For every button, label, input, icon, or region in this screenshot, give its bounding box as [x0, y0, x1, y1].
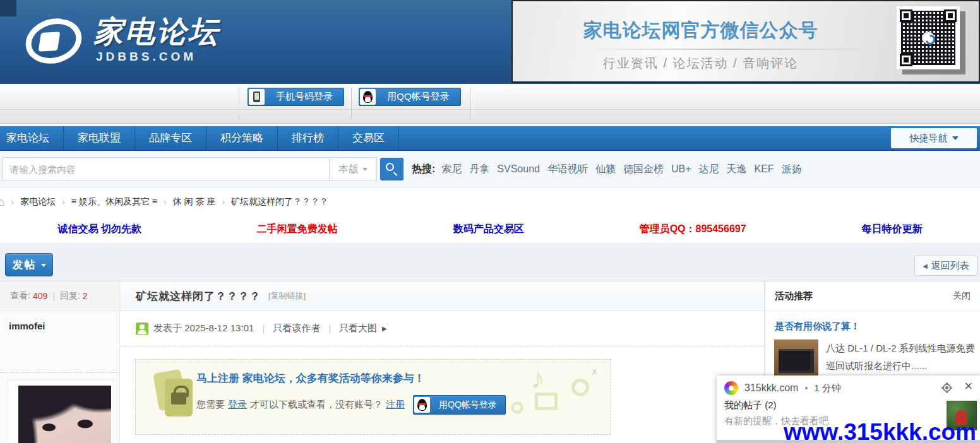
notification-popup[interactable]: 315kkk.com • 1 分钟 × 我的帖子 (2) 有新的提醒，快去看看吧… — [717, 375, 980, 443]
login-link[interactable]: 登录 — [228, 399, 247, 411]
back-to-list-button[interactable]: ◀ 返回列表 — [914, 256, 977, 276]
main-nav: 家电论坛 家电联盟 品牌专区 积分策略 排行榜 交易区 快捷导航 — [0, 126, 980, 151]
logo-subtitle: JDBBS.COM — [96, 50, 220, 64]
chevron-down-icon — [952, 136, 959, 143]
search-scope-select[interactable]: 本版 — [329, 157, 377, 181]
qq-penguin-icon — [360, 89, 376, 105]
author-avatar[interactable] — [8, 379, 114, 443]
copy-link[interactable]: [复制链接] — [268, 290, 306, 302]
gear-icon[interactable] — [943, 384, 951, 392]
gear-decor-icon — [511, 401, 523, 414]
notification-source: 315kkk.com — [744, 382, 798, 394]
breadcrumb-item[interactable]: 休 闲 茶 座 — [173, 196, 216, 208]
register-box-title: 马上注册 家电论坛，众多有奖活动等你来参与！ — [196, 371, 425, 386]
thread-stats: 查看: 409 | 回复: 2 — [0, 281, 120, 311]
qq-penguin-icon — [414, 397, 430, 413]
hot-link[interactable]: 仙籁 — [595, 163, 616, 176]
register-prompt-box: 马上注册 家电论坛，众多有奖活动等你来参与！ 您需要 登录 才可以下载或查看，没… — [135, 359, 611, 435]
banner-subtitle: 行业资讯 / 论坛活动 / 音响评论 — [513, 55, 888, 72]
nav-item-ranking[interactable]: 排行榜 — [278, 126, 338, 150]
phone-login-button[interactable]: 手机号码登录 — [248, 88, 344, 106]
thread-title: 矿坛就这样闭了？？？？ — [136, 289, 261, 304]
nav-item-forum[interactable]: 家电论坛 — [0, 126, 64, 150]
thread-toolbar: 发帖 ◀ 返回列表 — [0, 244, 980, 281]
qq-login-button[interactable]: 用QQ帐号登录 — [359, 88, 461, 106]
banner-divider — [582, 49, 882, 50]
wechat-qr-code — [897, 6, 960, 69]
close-icon[interactable]: x — [592, 366, 597, 376]
arrow-right-icon: ▶ — [382, 325, 387, 332]
nav-item-alliance[interactable]: 家电联盟 — [64, 126, 135, 150]
promo-link[interactable]: 二手闲置免费发帖 — [257, 223, 338, 236]
close-icon[interactable]: × — [964, 378, 972, 394]
posted-time: 发表于 2025-8-12 13:01 — [153, 322, 254, 334]
site-header: 家电论坛 JDBBS.COM 家电论坛网官方微信公众号 行业资讯 / 论坛活动 … — [0, 0, 980, 84]
author-username[interactable]: immofei — [9, 321, 119, 331]
author-badge-icon — [136, 322, 148, 335]
site-logo[interactable]: 家电论坛 JDBBS.COM — [25, 15, 220, 64]
only-author-link[interactable]: 只看该作者 — [273, 322, 320, 334]
breadcrumb: ⌂ › 家电论坛 › ≡ 娱乐、休闲及其它 ≡ › 休 闲 茶 座 › 矿坛就这… — [0, 187, 980, 216]
hot-link[interactable]: 华语视听 — [547, 163, 588, 176]
nav-item-points[interactable]: 积分策略 — [206, 126, 278, 150]
film-frame-icon — [535, 393, 558, 410]
home-icon[interactable]: ⌂ — [0, 195, 4, 209]
breadcrumb-current: 矿坛就这样闭了？？？？ — [231, 196, 328, 208]
hot-link[interactable]: 派扬 — [782, 163, 802, 176]
promo-link[interactable]: 诚信交易 切勿先款 — [57, 223, 141, 236]
chevron-down-icon — [362, 168, 368, 174]
nav-item-trade[interactable]: 交易区 — [338, 126, 399, 150]
login-bar: 手机号码登录 用QQ帐号登录 手机号码，快捷登录 只需一步，快速开始 账号 密码… — [0, 84, 980, 124]
search-bar: 本版 热搜: 索尼 丹拿 SVSound 华语视听 仙籁 德国金榜 UB+ 达尼… — [0, 151, 980, 187]
promo-link[interactable]: 每日特价更新 — [862, 223, 923, 236]
search-button[interactable] — [380, 158, 403, 180]
activity-text: 八达 DL-1 / DL-2 系列线性电源免费巡回试听报名进行中...... — [826, 340, 976, 376]
hot-link[interactable]: KEF — [755, 163, 774, 175]
notification-time: 1 分钟 — [814, 382, 841, 394]
views-label: 查看: — [10, 290, 30, 302]
register-link[interactable]: 注册 — [386, 399, 405, 411]
hot-link[interactable]: 达尼 — [699, 163, 719, 176]
qq-login-button-inline[interactable]: 用QQ帐号登录 — [413, 395, 506, 415]
logo-title: 家电论坛 — [93, 15, 220, 48]
hot-link[interactable]: 天逸 — [727, 163, 747, 176]
views-count: 409 — [33, 291, 47, 301]
post-body: 马上注册 家电论坛，众多有奖活动等你来参与！ 您需要 登录 才可以下载或查看，没… — [120, 346, 765, 443]
replies-count: 2 — [83, 291, 88, 301]
sidebar-close-link[interactable]: 关闭 — [953, 290, 971, 302]
chevron-down-icon — [41, 264, 46, 269]
only-images-link[interactable]: 只看大图 — [339, 322, 377, 334]
new-post-button[interactable]: 发帖 — [5, 253, 53, 276]
hot-link[interactable]: SVSound — [497, 163, 540, 175]
forum-page: 家电论坛 JDBBS.COM 家电论坛网官方微信公众号 行业资讯 / 论坛活动 … — [0, 0, 980, 443]
nav-item-brands[interactable]: 品牌专区 — [135, 126, 206, 150]
avatar-photo — [18, 386, 111, 443]
arrow-left-icon: ◀ — [923, 263, 928, 269]
search-icon — [386, 163, 394, 171]
breadcrumb-item[interactable]: 家电论坛 — [20, 196, 56, 208]
activity-thumbnail — [774, 340, 818, 376]
hot-link[interactable]: UB+ — [671, 163, 691, 175]
phone-icon — [249, 89, 265, 105]
sidebar-promo-title[interactable]: 是否有用你说了算！ — [775, 321, 971, 333]
logo-swirl-icon — [20, 12, 87, 70]
notification-title: 我的帖子 (2) — [724, 399, 777, 411]
watermark-text: www.315kkk.com — [784, 419, 976, 443]
author-column: immofei — [0, 311, 120, 443]
hot-search-label: 热搜: — [412, 163, 435, 176]
post-meta-row: 发表于 2025-8-12 13:01 | 只看该作者 | 只看大图 ▶ — [120, 311, 765, 346]
search-input[interactable] — [3, 157, 329, 181]
quick-nav-button[interactable]: 快捷导航 — [891, 128, 977, 148]
wechat-banner[interactable]: 家电论坛网官方微信公众号 行业资讯 / 论坛活动 / 音响评论 — [511, 0, 980, 83]
lock-card-icon — [155, 371, 199, 423]
hot-link[interactable]: 索尼 — [441, 163, 462, 176]
breadcrumb-item[interactable]: ≡ 娱乐、休闲及其它 ≡ — [71, 196, 157, 208]
promo-link[interactable]: 数码产品交易区 — [453, 223, 524, 236]
thread-title-bar: 矿坛就这样闭了？？？？ [复制链接] — [120, 281, 765, 311]
sidebar-activity-item[interactable]: 八达 DL-1 / DL-2 系列线性电源免费巡回试听报名进行中...... — [774, 340, 976, 376]
hot-link[interactable]: 丹拿 — [469, 163, 489, 176]
hot-link[interactable]: 德国金榜 — [623, 163, 664, 176]
promo-link[interactable]: 管理员QQ：895456697 — [640, 223, 746, 236]
music-note-icon: ♪ — [530, 361, 545, 395]
promo-links-row: 诚信交易 切勿先款 二手闲置免费发帖 数码产品交易区 管理员QQ：8954566… — [0, 216, 980, 244]
